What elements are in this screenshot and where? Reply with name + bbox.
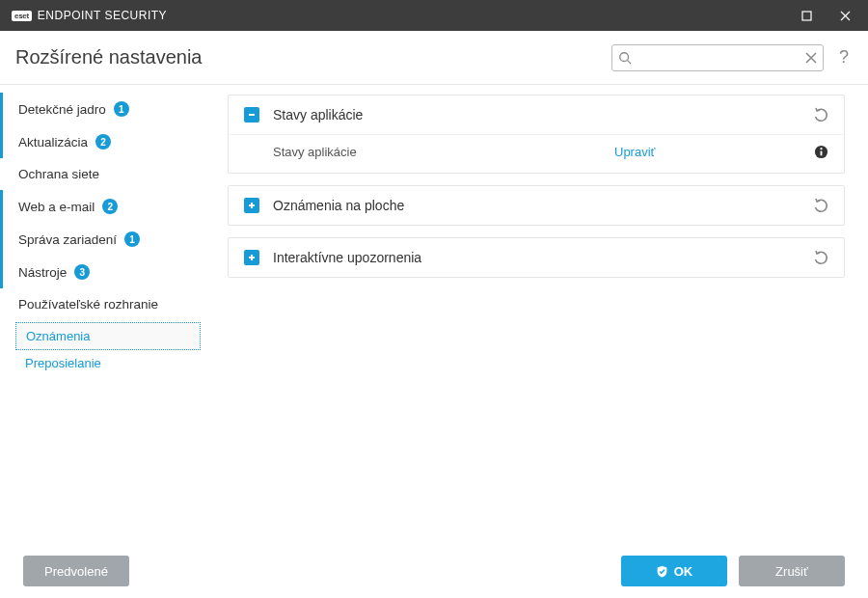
brand-logo: eset bbox=[12, 11, 32, 21]
close-icon bbox=[840, 11, 851, 21]
badge: 3 bbox=[74, 264, 90, 280]
sidebar-subitem-forwarding[interactable]: Preposielanie bbox=[15, 350, 201, 376]
plus-icon bbox=[247, 253, 257, 262]
svg-rect-4 bbox=[821, 151, 823, 156]
sidebar-item-label: Web a e-mail bbox=[18, 200, 95, 214]
search-icon bbox=[612, 51, 638, 65]
sidebar-item-label: Aktualizácia bbox=[18, 135, 88, 150]
button-label: Predvolené bbox=[44, 564, 108, 579]
panel-title: Stavy aplikácie bbox=[273, 107, 800, 122]
search-input[interactable] bbox=[638, 50, 800, 65]
collapse-button[interactable] bbox=[244, 107, 259, 122]
footer: Predvolené OK Zrušiť bbox=[0, 544, 868, 598]
cancel-button[interactable]: Zrušiť bbox=[739, 556, 845, 586]
maximize-button[interactable] bbox=[787, 0, 826, 31]
sidebar-item-tools[interactable]: Nástroje 3 bbox=[0, 256, 212, 288]
clear-search-button[interactable] bbox=[800, 52, 823, 64]
badge: 1 bbox=[124, 231, 140, 247]
svg-rect-0 bbox=[802, 12, 811, 20]
panel-title: Oznámenia na ploche bbox=[273, 198, 800, 213]
sidebar-item-label: Nástroje bbox=[18, 265, 67, 280]
sidebar-subitem-label: Oznámenia bbox=[26, 329, 90, 343]
sidebar-item-ui[interactable]: Používateľské rozhranie bbox=[0, 288, 212, 320]
badge: 2 bbox=[102, 199, 118, 214]
sidebar-item-label: Správa zariadení bbox=[18, 232, 117, 247]
panel-header[interactable]: Interaktívne upozornenia bbox=[229, 238, 844, 277]
sidebar-subitem-notifications[interactable]: Oznámenia bbox=[15, 322, 201, 350]
search-wrap: ? bbox=[611, 44, 853, 71]
panel-desktop-notifications: Oznámenia na ploche bbox=[228, 185, 845, 226]
shield-icon bbox=[656, 565, 668, 578]
panel-header[interactable]: Stavy aplikácie bbox=[229, 95, 844, 134]
titlebar: eset ENDPOINT SECURITY bbox=[0, 0, 868, 31]
maximize-icon bbox=[801, 11, 812, 21]
row-label: Stavy aplikácie bbox=[273, 145, 601, 159]
searchbox[interactable] bbox=[611, 44, 824, 71]
panel-app-states: Stavy aplikácie Stavy aplikácie Upraviť bbox=[228, 95, 845, 174]
undo-icon bbox=[813, 198, 828, 213]
help-button[interactable]: ? bbox=[835, 47, 853, 68]
badge: 2 bbox=[95, 134, 111, 150]
svg-point-1 bbox=[620, 52, 629, 61]
sidebar: Detekčné jadro 1 Aktualizácia 2 Ochrana … bbox=[0, 85, 212, 544]
info-button[interactable] bbox=[814, 145, 828, 159]
sidebar-subitems: Oznámenia Preposielanie bbox=[15, 322, 201, 376]
sidebar-item-device[interactable]: Správa zariadení 1 bbox=[0, 223, 212, 256]
product-name: ENDPOINT SECURITY bbox=[38, 9, 167, 22]
button-label: Zrušiť bbox=[775, 564, 808, 579]
minus-icon bbox=[247, 110, 257, 120]
sidebar-item-detection[interactable]: Detekčné jadro 1 bbox=[0, 93, 212, 125]
expand-button[interactable] bbox=[244, 198, 259, 213]
page-title: Rozšírené nastavenia bbox=[15, 46, 202, 68]
reset-button[interactable] bbox=[813, 250, 828, 265]
svg-point-3 bbox=[820, 148, 822, 150]
info-icon bbox=[814, 145, 828, 159]
header: Rozšírené nastavenia ? bbox=[0, 31, 868, 85]
content: Stavy aplikácie Stavy aplikácie Upraviť … bbox=[212, 85, 868, 544]
reset-button[interactable] bbox=[813, 198, 828, 213]
ok-button[interactable]: OK bbox=[621, 556, 727, 586]
badge: 1 bbox=[114, 101, 129, 117]
plus-icon bbox=[247, 201, 257, 210]
expand-button[interactable] bbox=[244, 250, 259, 265]
sidebar-item-web-email[interactable]: Web a e-mail 2 bbox=[0, 190, 212, 223]
body: Detekčné jadro 1 Aktualizácia 2 Ochrana … bbox=[0, 85, 868, 544]
sidebar-item-network[interactable]: Ochrana siete bbox=[0, 158, 212, 190]
sidebar-subitem-label: Preposielanie bbox=[25, 356, 101, 370]
reset-button[interactable] bbox=[813, 107, 828, 122]
undo-icon bbox=[813, 250, 828, 265]
undo-icon bbox=[813, 107, 828, 122]
panel-header[interactable]: Oznámenia na ploche bbox=[229, 186, 844, 225]
close-button[interactable] bbox=[826, 0, 864, 31]
panel-row-app-states: Stavy aplikácie Upraviť bbox=[229, 134, 844, 173]
sidebar-item-update[interactable]: Aktualizácia 2 bbox=[0, 125, 212, 158]
panel-title: Interaktívne upozornenia bbox=[273, 250, 800, 265]
brand: eset ENDPOINT SECURITY bbox=[12, 9, 167, 22]
sidebar-item-label: Používateľské rozhranie bbox=[18, 297, 158, 312]
default-button[interactable]: Predvolené bbox=[23, 556, 129, 586]
sidebar-item-label: Ochrana siete bbox=[18, 167, 99, 181]
window-controls bbox=[787, 0, 864, 31]
panel-interactive-alerts: Interaktívne upozornenia bbox=[228, 237, 845, 278]
sidebar-item-label: Detekčné jadro bbox=[18, 102, 106, 117]
button-label: OK bbox=[674, 564, 693, 579]
edit-link[interactable]: Upraviť bbox=[614, 145, 800, 159]
